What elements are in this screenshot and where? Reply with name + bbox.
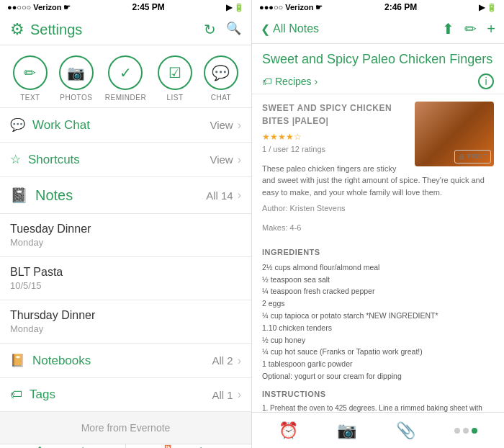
left-header: ⚙ Settings ↻ 🔍	[0, 14, 251, 45]
list-label: LIST	[167, 94, 184, 102]
ingredient-3: 2 eggs	[262, 297, 494, 310]
search-icon[interactable]: 🔍	[226, 21, 241, 38]
note-date-2: Monday	[10, 323, 241, 334]
reminder-icon-circle: ✓	[108, 55, 143, 90]
work-chat-label: Work Chat	[32, 118, 90, 133]
pagination-dots	[454, 428, 477, 434]
notebooks-row[interactable]: 📔 Notebooks All 2 ›	[0, 344, 251, 378]
market-label: Market	[181, 445, 215, 449]
right-battery: ▶ 🔋	[479, 3, 497, 12]
notebooks-icon: 📔	[10, 353, 25, 368]
tags-row[interactable]: 🏷 Tags All 1 ›	[0, 378, 251, 412]
right-bottom-bar: ⏰ 📷 📎	[252, 412, 504, 448]
market-button[interactable]: 🏪 Market	[126, 444, 251, 448]
shortcuts-row[interactable]: ☆ Shortcuts View ›	[0, 143, 251, 177]
work-chat-action: View	[210, 119, 233, 131]
tags-right: All 1 ›	[212, 388, 241, 401]
notes-section-left: 📓 Notes	[10, 187, 73, 204]
tags-icon: 🏷	[10, 387, 22, 402]
notes-section-right: All 14 ›	[206, 189, 241, 202]
ingredients-list: 2½ cups almond flour/almond meal ½ teasp…	[262, 261, 494, 382]
recipe-author: Author: Kristen Stevens	[262, 202, 494, 215]
note-item-0[interactable]: Tuesday Dinner Monday	[0, 214, 251, 257]
camera-icon[interactable]: 📷	[337, 421, 356, 440]
notes-section-header[interactable]: 📓 Notes All 14 ›	[0, 177, 251, 214]
shortcuts-chevron: ›	[238, 153, 241, 166]
back-button[interactable]: ❮ All Notes	[261, 22, 319, 36]
icon-list[interactable]: ☑ LIST	[158, 55, 192, 102]
left-carrier: ●●○○○ Verizon ☛	[7, 3, 71, 12]
notebooks-left: 📔 Notebooks	[10, 353, 91, 368]
star-icon: ☆	[10, 152, 21, 167]
note-title-1: BLT Pasta	[10, 266, 241, 279]
reminder-icon[interactable]: ⏰	[279, 421, 298, 440]
icon-text[interactable]: ✏ TEXT	[13, 55, 48, 102]
icon-photos[interactable]: 📷 PHOTOS	[59, 55, 94, 102]
tags-badge: All 1	[212, 389, 233, 401]
ingredient-2: ¼ teaspoon fresh cracked pepper	[262, 285, 494, 297]
chat-label: CHAT	[211, 94, 231, 102]
right-header-icons: ⬆ ✏ +	[442, 20, 495, 37]
info-icon[interactable]: i	[478, 73, 494, 89]
left-panel: ●●○○○ Verizon ☛ 2:45 PM ▶ 🔋 ⚙ Settings ↻…	[0, 0, 252, 448]
ingredient-1: ½ teaspoon sea salt	[262, 274, 494, 286]
upgrade-label: Upgrade	[49, 445, 91, 449]
note-item-2[interactable]: Thursday Dinner Monday	[0, 300, 251, 344]
settings-label: Settings	[30, 22, 82, 38]
add-icon[interactable]: +	[487, 21, 495, 37]
note-content: 🖨 PRINT SWEET AND SPICY CHICKEN BITES |P…	[252, 94, 504, 412]
work-chat-right: View ›	[210, 119, 241, 132]
chat-icon-circle: 💬	[204, 55, 238, 90]
settings-title: ⚙ Settings	[10, 20, 82, 39]
shortcuts-action: View	[210, 153, 233, 166]
upgrade-icon: ⬆	[35, 444, 45, 448]
left-battery: ▶ 🔋	[226, 3, 244, 12]
instructions-list: 1. Preheat the oven to 425 degrees. Line…	[262, 403, 494, 412]
note-header-section: 🖨 PRINT SWEET AND SPICY CHICKEN BITES |P…	[262, 102, 494, 241]
icon-reminder[interactable]: ✓ REMINDER	[105, 55, 146, 102]
print-button[interactable]: 🖨 PRINT	[454, 150, 491, 164]
work-chat-row[interactable]: 💬 Work Chat View ›	[0, 108, 251, 143]
icon-grid: ✏ TEXT 📷 PHOTOS ✓ REMINDER ☑ LIST 💬 CHAT	[0, 45, 251, 108]
recipe-tag-chevron: ›	[315, 76, 318, 87]
gear-icon: ⚙	[10, 20, 24, 39]
recipe-tag[interactable]: 🏷 Recipes › i	[252, 72, 504, 94]
ingredient-7: ¼ cup hot sauce (Franks or Tapatio work …	[262, 346, 494, 358]
share-icon[interactable]: ⬆	[442, 20, 454, 37]
notebooks-label: Notebooks	[32, 354, 91, 368]
upgrade-button[interactable]: ⬆ Upgrade	[0, 444, 126, 448]
market-icon: 🏪	[163, 444, 177, 448]
note-date-0: Monday	[10, 237, 241, 248]
back-icon: ❮	[261, 22, 270, 36]
ingredient-6: ½ cup honey	[262, 334, 494, 346]
back-label: All Notes	[273, 22, 319, 35]
notebooks-badge: All 2	[212, 354, 233, 367]
step-0: 1. Preheat the oven to 425 degrees. Line…	[262, 403, 494, 412]
recipe-makes: Makes: 4-6	[262, 222, 494, 234]
right-panel: ●●●○○ Verizon ☛ 2:46 PM ▶ 🔋 ❮ All Notes …	[252, 0, 504, 448]
note-item-1[interactable]: BLT Pasta 10/5/15	[0, 257, 251, 300]
more-evernote-label: More from Evernote	[81, 422, 171, 434]
shortcuts-left: ☆ Shortcuts	[10, 152, 80, 167]
note-date-1: 10/5/15	[10, 280, 241, 291]
icon-chat[interactable]: 💬 CHAT	[204, 55, 238, 102]
ingredient-8: 1 tablespoon garlic powder	[262, 358, 494, 370]
right-status-bar: ●●●○○ Verizon ☛ 2:46 PM ▶ 🔋	[252, 0, 504, 14]
right-time: 2:46 PM	[384, 2, 417, 12]
note-title-0: Tuesday Dinner	[10, 223, 241, 236]
refresh-icon[interactable]: ↻	[204, 21, 216, 38]
notes-section-label: Notes	[35, 187, 73, 204]
work-chat-icon: 💬	[10, 117, 25, 133]
notebooks-right: All 2 ›	[212, 354, 241, 367]
instructions-title: INSTRUCTIONS	[262, 388, 494, 400]
ingredient-5: 1.10 chicken tenders	[262, 322, 494, 334]
dot-1	[454, 428, 460, 434]
recipe-intro: These paleo chicken fingers are sticky a…	[262, 163, 494, 199]
left-bottom-bar: ⬆ Upgrade 🏪 Market	[0, 444, 251, 448]
attach-icon[interactable]: 📎	[396, 421, 415, 440]
text-icon-circle: ✏	[13, 55, 48, 90]
edit-icon[interactable]: ✏	[464, 20, 477, 37]
notes-chevron: ›	[238, 189, 241, 202]
tags-chevron: ›	[238, 388, 241, 401]
ingredient-0: 2½ cups almond flour/almond meal	[262, 261, 494, 274]
